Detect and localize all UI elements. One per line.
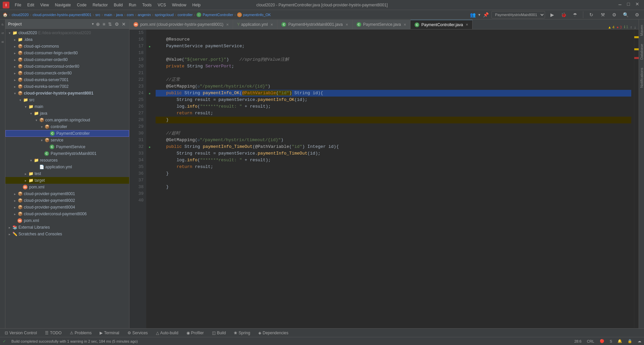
breadcrumb-dropdown[interactable]: ▾ xyxy=(478,12,480,17)
editor[interactable]: 15 16 17 18 19 20 21 22 23 24 25 26 27 2… xyxy=(129,30,639,328)
panel-collapse-btn[interactable]: ≡ xyxy=(102,21,106,27)
tree-item-yaml[interactable]: 📄 application.yml xyxy=(5,164,129,170)
tab-close-pom[interactable]: ✕ xyxy=(226,23,229,26)
tree-item-payment8001[interactable]: ▸ 📦 cloud-provider-payment8001 xyxy=(5,190,129,197)
bottom-tab-version-control[interactable]: ⊡ Version Control xyxy=(3,330,39,336)
coverage-button[interactable]: ☂ xyxy=(571,10,579,19)
breadcrumb-module[interactable]: cloud-provider-hystrix-payment8001 xyxy=(33,13,91,17)
menu-tools[interactable]: Tools xyxy=(140,2,154,8)
tree-item-PaymentService[interactable]: C PaymentService xyxy=(5,143,129,150)
breadcrumb-pin-icon[interactable]: 📌 xyxy=(483,12,489,17)
tree-item-pom-hystrix[interactable]: m pom.xml xyxy=(5,184,129,190)
breadcrumb-angenin[interactable]: angenin xyxy=(138,13,151,17)
tree-item-ext-libs[interactable]: ▸ 📚 External Libraries xyxy=(5,224,129,231)
tree-item-idea[interactable]: ▸ 📁 .idea xyxy=(5,36,129,43)
panel-settings-btn[interactable]: ⚙ xyxy=(114,21,120,27)
tree-item-PaymentController[interactable]: C PaymentController xyxy=(5,130,129,137)
menu-navigate[interactable]: Navigate xyxy=(52,2,73,8)
tab-controller[interactable]: C PaymentController.java ✕ xyxy=(411,20,473,29)
breadcrumb-java[interactable]: java xyxy=(116,13,123,17)
error-count[interactable]: ● 3 xyxy=(616,25,622,29)
menu-build[interactable]: Build xyxy=(111,2,125,8)
code-area[interactable]: @Resource PaymentService paymentService;… xyxy=(153,30,634,328)
tab-yaml[interactable]: Y application.yml ✕ xyxy=(233,20,277,29)
breadcrumb-src[interactable]: src xyxy=(95,13,100,17)
search-everywhere-icon[interactable]: 🔍 xyxy=(621,10,630,19)
tree-item-consul-order[interactable]: ▸ 📦 cloud-consumerconsul-order80 xyxy=(5,63,129,70)
tree-item-controller-pkg[interactable]: ▾ 📦 controller xyxy=(5,123,129,130)
tree-item-resources[interactable]: ▾ 📁 resources xyxy=(5,157,129,164)
tree-item-pkg[interactable]: ▾ 📦 com.angenin.springcloud xyxy=(5,117,129,123)
run-config-dropdown[interactable]: PaymentHystrixMain8001 xyxy=(491,11,545,18)
tree-item-order80[interactable]: ▸ 📦 cloud-consumer-order80 xyxy=(5,56,129,63)
menu-window[interactable]: Window xyxy=(169,2,189,8)
left-rail-structure[interactable]: S xyxy=(0,30,5,37)
refresh-button[interactable]: ↻ xyxy=(587,10,596,19)
tree-item-feign[interactable]: ▸ 📦 cloud-consumer-feign-order80 xyxy=(5,50,129,56)
warning-count[interactable]: ▲ 4 xyxy=(608,25,614,29)
menu-edit[interactable]: Edit xyxy=(24,2,37,8)
tree-item-scratches[interactable]: ▸ ✏️ Scratches and Consoles xyxy=(5,231,129,237)
tree-item-root-pom[interactable]: m pom.xml xyxy=(5,217,129,224)
settings-icon[interactable]: ⚙ xyxy=(610,10,619,19)
close-button[interactable]: ✕ xyxy=(633,1,641,8)
menu-help[interactable]: Help xyxy=(190,2,203,8)
left-rail-bookmarks[interactable]: B xyxy=(0,38,5,46)
breadcrumb-main[interactable]: main xyxy=(104,13,112,17)
bottom-tab-profiler[interactable]: ◉ Profiler xyxy=(184,330,206,336)
status-encoding[interactable]: CRL xyxy=(587,339,594,343)
tree-item-eureka7001[interactable]: ▸ 📦 cloud-eureka-server7001 xyxy=(5,76,129,83)
breadcrumb-cloud2020[interactable]: cloud2020 xyxy=(12,13,29,17)
build-button[interactable]: ⚒ xyxy=(598,10,607,19)
breadcrumb-class[interactable]: C PaymentController xyxy=(197,12,233,17)
tree-item-src[interactable]: ▾ 📁 src xyxy=(5,97,129,103)
maximize-button[interactable]: □ xyxy=(625,1,632,8)
menu-run[interactable]: Run xyxy=(126,2,139,8)
status-cloud-icon[interactable]: ☁ xyxy=(638,339,641,343)
breadcrumb-controller[interactable]: controller xyxy=(177,13,193,17)
breadcrumb-method[interactable]: m paymentInfo_OK xyxy=(237,12,271,17)
tab-service[interactable]: C PaymentService.java ✕ xyxy=(353,20,411,29)
bottom-tab-dependencies[interactable]: ◈ Dependencies xyxy=(256,330,290,336)
tree-item-main[interactable]: ▾ 📁 main xyxy=(5,103,129,110)
bottom-tab-build[interactable]: ◫ Build xyxy=(210,330,228,336)
status-lock-icon[interactable]: 🔒 xyxy=(628,339,632,343)
minimize-button[interactable]: − xyxy=(616,1,624,8)
tree-item-zk-order[interactable]: ▸ 📦 cloud-consumerzk-order80 xyxy=(5,70,129,76)
tree-item-target[interactable]: ▸ 📁 target xyxy=(5,177,129,184)
right-rail-maven[interactable]: Maven xyxy=(639,22,644,39)
breadcrumb-com[interactable]: com xyxy=(127,13,134,17)
status-bell-icon[interactable]: 🔔 xyxy=(618,339,622,343)
tree-item-payment8004[interactable]: ▸ 📦 cloud-provider-payment8004 xyxy=(5,204,129,211)
debug-button[interactable]: 🐞 xyxy=(559,10,568,19)
bottom-tab-services[interactable]: ⚙ Services xyxy=(125,330,150,336)
tab-close-controller[interactable]: ✕ xyxy=(466,23,468,26)
tree-item-service-pkg[interactable]: ▾ 📦 service xyxy=(5,137,129,143)
menu-vcs[interactable]: VCS xyxy=(155,2,169,8)
menu-code[interactable]: Code xyxy=(74,2,89,8)
breadcrumb-springcloud[interactable]: springcloud xyxy=(155,13,173,17)
scroll-up-btn[interactable]: ↑ xyxy=(630,25,632,29)
menu-refactor[interactable]: Refactor xyxy=(90,2,110,8)
bottom-tab-auto-build[interactable]: △ Auto-build xyxy=(154,330,180,336)
tree-item-eureka7002[interactable]: ▸ 📦 cloud-eureka-server7002 xyxy=(5,83,129,90)
right-rail-database[interactable]: Database xyxy=(639,41,644,62)
tab-close-yaml[interactable]: ✕ xyxy=(270,23,273,26)
tree-item-hystrix8001[interactable]: ▾ 📦 cloud-provider-hystrix-payment8001 xyxy=(5,90,129,97)
panel-scroll-btn[interactable]: ⊕ xyxy=(95,21,101,27)
tree-item-java[interactable]: ▾ 📁 java xyxy=(5,110,129,117)
bottom-tab-terminal[interactable]: ▶ Terminal xyxy=(98,330,121,336)
tree-item-test[interactable]: ▸ 📁 test xyxy=(5,170,129,177)
menu-view[interactable]: View xyxy=(38,2,52,8)
menu-file[interactable]: File xyxy=(12,2,24,8)
breadcrumb-people-icon[interactable]: 👥 xyxy=(470,12,476,17)
tab-close-service[interactable]: ✕ xyxy=(404,23,406,26)
status-git-icon[interactable]: 🔴 xyxy=(600,339,604,343)
left-rail-project[interactable]: P xyxy=(0,21,5,28)
bottom-tab-problems[interactable]: ⚠ Problems xyxy=(68,330,94,336)
tree-item-PaymentHystrixMain[interactable]: C PaymentHystrixMain8001 xyxy=(5,150,129,157)
project-dropdown-arrow[interactable]: ▾ xyxy=(92,22,94,26)
panel-sort-btn[interactable]: ⇅ xyxy=(107,21,113,27)
status-position[interactable]: 28:6 xyxy=(574,339,581,343)
tab-close-main[interactable]: ✕ xyxy=(345,23,348,26)
